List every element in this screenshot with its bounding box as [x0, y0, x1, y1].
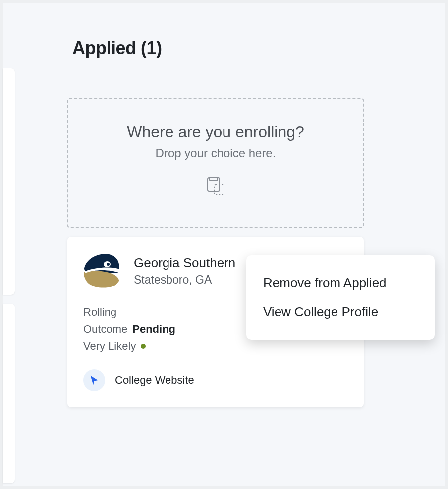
likelihood-row: Very Likely: [83, 340, 348, 353]
adjacent-card-stub: [3, 304, 15, 483]
page-title: Applied (1): [72, 38, 415, 59]
likelihood-indicator-icon: [141, 344, 146, 349]
school-logo: [83, 251, 122, 290]
likelihood-text: Very Likely: [83, 340, 136, 353]
adjacent-card-stub: [3, 68, 15, 295]
svg-rect-1: [210, 178, 218, 181]
outcome-value: Pending: [132, 323, 175, 336]
school-name: Georgia Southern: [134, 255, 235, 272]
outcome-label: Outcome: [83, 323, 127, 336]
context-menu: Remove from Applied View College Profile: [246, 255, 435, 340]
school-location: Statesboro, GA: [134, 273, 235, 287]
menu-item-remove[interactable]: Remove from Applied: [246, 268, 435, 298]
menu-item-view-profile[interactable]: View College Profile: [246, 298, 435, 327]
drag-drop-icon: [205, 176, 226, 199]
cursor-icon: [83, 369, 105, 391]
svg-point-5: [107, 263, 110, 266]
dropzone-subtitle: Drop your choice here.: [78, 146, 353, 160]
enrollment-dropzone[interactable]: Where are you enrolling? Drop your choic…: [67, 98, 364, 228]
college-website-link[interactable]: College Website: [115, 374, 194, 387]
dropzone-title: Where are you enrolling?: [78, 123, 353, 141]
